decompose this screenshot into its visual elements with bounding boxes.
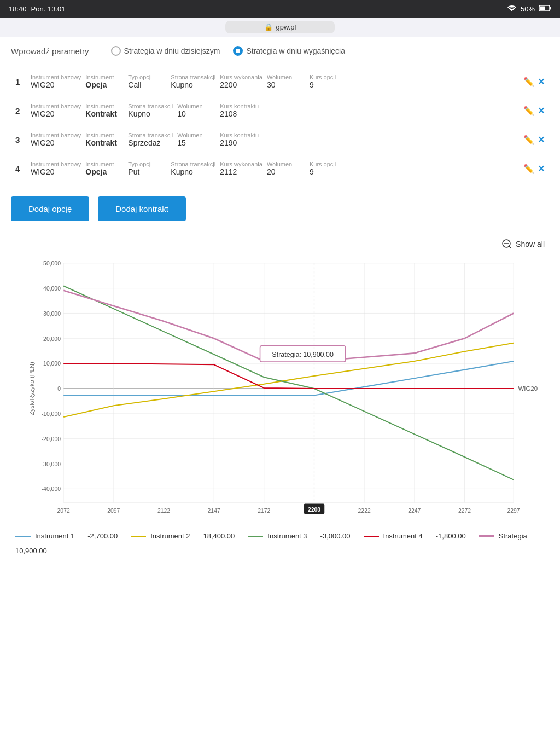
add-contract-button[interactable]: Dodaj kontrakt bbox=[98, 196, 186, 221]
main-content: Wprowadź parametry Strategia w dniu dzis… bbox=[0, 37, 560, 581]
url-bar-content[interactable]: 🔒 gpw.pl bbox=[225, 21, 335, 33]
legend-label-instrument4: Instrument 4 bbox=[383, 532, 423, 540]
field-label: Instrument bazowy bbox=[31, 161, 81, 167]
field-label: Instrument bazowy bbox=[31, 74, 81, 80]
field-value: 20 bbox=[267, 167, 305, 176]
legend-val-strategia: 10,900.00 bbox=[15, 547, 47, 555]
field-value: 30 bbox=[267, 80, 305, 89]
field-label: Wolumen bbox=[267, 74, 305, 80]
field-value: WIG20 bbox=[31, 109, 81, 118]
field-label: Instrument bbox=[85, 161, 124, 167]
field-group: Strona transakcji Kupno bbox=[171, 74, 215, 89]
field-value: Kupno bbox=[171, 167, 215, 176]
legend-label-instrument3: Instrument 3 bbox=[267, 532, 307, 540]
delete-icon[interactable]: ✕ bbox=[538, 164, 545, 174]
edit-icon[interactable]: ✏️ bbox=[523, 106, 534, 116]
show-all-label: Show all bbox=[516, 240, 545, 248]
field-value: Put bbox=[128, 167, 166, 176]
radio1-group[interactable]: Strategia w dniu dzisiejszym bbox=[111, 46, 220, 56]
svg-rect-3 bbox=[540, 6, 545, 10]
radio1-circle[interactable] bbox=[111, 46, 121, 56]
svg-text:2200: 2200 bbox=[308, 507, 320, 513]
legend-item-instrument3: Instrument 3 bbox=[248, 532, 307, 540]
show-all-button[interactable]: Show all bbox=[501, 239, 545, 250]
field-group: Kurs opcji 9 bbox=[310, 74, 348, 89]
status-bar: 18:40 Pon. 13.01 50% bbox=[0, 0, 560, 18]
legend-line-instrument4 bbox=[364, 536, 379, 537]
svg-text:-30,000: -30,000 bbox=[42, 461, 61, 467]
url-text: gpw.pl bbox=[276, 23, 296, 31]
params-title: Wprowadź parametry bbox=[11, 47, 89, 56]
edit-icon[interactable]: ✏️ bbox=[523, 164, 534, 174]
instrument3-line bbox=[63, 286, 514, 480]
add-option-button[interactable]: Dodaj opcję bbox=[11, 196, 89, 221]
battery-icon bbox=[539, 5, 551, 13]
svg-text:50,000: 50,000 bbox=[43, 260, 61, 267]
lock-icon: 🔒 bbox=[264, 23, 273, 31]
row-number: 2 bbox=[15, 106, 26, 115]
params-header: Wprowadź parametry Strategia w dniu dzis… bbox=[11, 46, 549, 56]
delete-icon[interactable]: ✕ bbox=[538, 77, 545, 87]
delete-icon[interactable]: ✕ bbox=[538, 135, 545, 145]
legend-label-instrument2: Instrument 2 bbox=[150, 532, 190, 540]
field-value: Kontrakt bbox=[85, 138, 124, 147]
field-label: Strona transakcji bbox=[128, 103, 173, 109]
field-value: WIG20 bbox=[31, 80, 81, 89]
legend-val-instrument1: -2,700.00 bbox=[88, 532, 118, 540]
field-group: Instrument Kontrakt bbox=[85, 132, 124, 147]
field-label: Wolumen bbox=[267, 161, 305, 167]
row-actions: ✏️ ✕ bbox=[523, 135, 545, 145]
svg-text:2072: 2072 bbox=[57, 508, 70, 514]
radio2-group[interactable]: Strategia w dniu wygaśnięcia bbox=[233, 46, 345, 56]
field-group: Kurs kontraktu 2108 bbox=[220, 103, 259, 118]
field-value: Kontrakt bbox=[85, 109, 124, 118]
field-label: Instrument bazowy bbox=[31, 103, 81, 109]
field-group: Wolumen 10 bbox=[177, 103, 215, 118]
field-value: 2112 bbox=[220, 167, 262, 176]
buttons-row: Dodaj opcję Dodaj kontrakt bbox=[11, 196, 549, 221]
instruments-table: 1 Instrument bazowy WIG20 Instrument Opc… bbox=[11, 67, 549, 183]
row-fields: Instrument bazowy WIG20 Instrument Kontr… bbox=[31, 132, 519, 147]
field-value: WIG20 bbox=[31, 167, 81, 176]
field-value: 2200 bbox=[220, 80, 262, 89]
battery-text: 50% bbox=[521, 5, 535, 13]
legend-value-instrument3: -3,000.00 bbox=[320, 532, 351, 540]
status-bar-right: 50% bbox=[508, 5, 551, 13]
svg-point-0 bbox=[511, 10, 512, 11]
row-actions: ✏️ ✕ bbox=[523, 164, 545, 174]
field-label: Kurs wykonania bbox=[220, 74, 262, 80]
field-group: Strona transakcji Sprzedaż bbox=[128, 132, 173, 147]
field-value: Kupno bbox=[128, 109, 173, 118]
time: 18:40 bbox=[9, 5, 27, 13]
field-value: Opcja bbox=[85, 167, 124, 176]
field-group: Instrument Opcja bbox=[85, 161, 124, 176]
legend-line-instrument3 bbox=[248, 536, 263, 537]
field-label: Typ opcji bbox=[128, 161, 166, 167]
field-group: Kurs kontraktu 2190 bbox=[220, 132, 259, 147]
field-group: Wolumen 30 bbox=[267, 74, 305, 89]
radio2-circle[interactable] bbox=[233, 46, 243, 56]
field-group: Instrument bazowy WIG20 bbox=[31, 161, 81, 176]
svg-text:10,000: 10,000 bbox=[43, 361, 61, 367]
chart-container: Show all Zysk/Ryzyko (PLN) bbox=[11, 239, 549, 561]
svg-text:-40,000: -40,000 bbox=[42, 487, 61, 493]
field-value: Kupno bbox=[171, 80, 215, 89]
svg-text:20,000: 20,000 bbox=[43, 336, 61, 342]
row-actions: ✏️ ✕ bbox=[523, 106, 545, 116]
edit-icon[interactable]: ✏️ bbox=[523, 135, 534, 145]
zoom-out-icon bbox=[501, 239, 512, 250]
field-group: Typ opcji Call bbox=[128, 74, 166, 89]
delete-icon[interactable]: ✕ bbox=[538, 106, 545, 116]
legend-item-instrument1: Instrument 1 bbox=[15, 532, 74, 540]
url-bar: 🔒 gpw.pl bbox=[0, 18, 560, 37]
field-label: Strona transakcji bbox=[171, 161, 215, 167]
legend-label-instrument1: Instrument 1 bbox=[35, 532, 74, 540]
svg-text:-10,000: -10,000 bbox=[42, 411, 61, 417]
svg-text:2297: 2297 bbox=[508, 508, 520, 514]
field-label: Wolumen bbox=[177, 103, 215, 109]
svg-text:30,000: 30,000 bbox=[43, 311, 61, 317]
edit-icon[interactable]: ✏️ bbox=[523, 77, 534, 87]
row-number: 1 bbox=[15, 77, 26, 86]
row-fields: Instrument bazowy WIG20 Instrument Opcja… bbox=[31, 161, 519, 176]
svg-text:0: 0 bbox=[57, 386, 61, 392]
